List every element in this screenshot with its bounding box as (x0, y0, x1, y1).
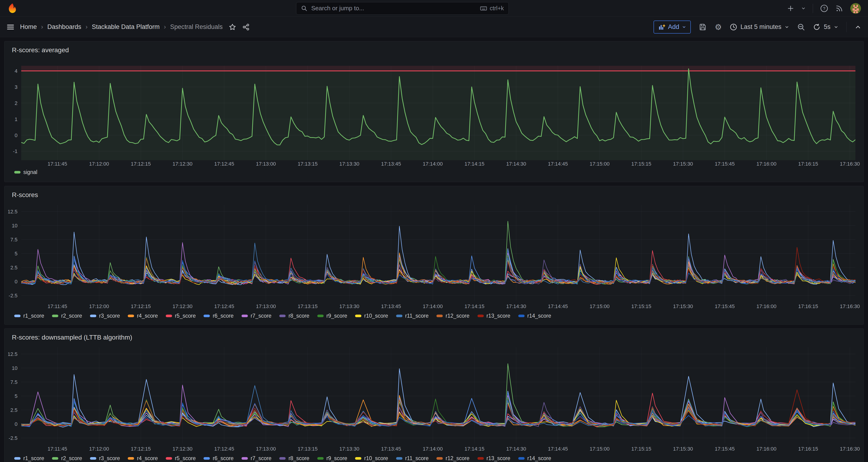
legend-item[interactable]: r13_score (477, 455, 510, 462)
zoom-out-icon[interactable] (797, 23, 805, 31)
legend-swatch (355, 457, 361, 460)
search-input[interactable]: Search or jump to... ctrl+k (296, 2, 509, 15)
legend-label: r14_score (527, 455, 551, 462)
legend-label: r14_score (527, 313, 551, 319)
legend-item[interactable]: r9_score (317, 313, 347, 319)
legend-label: r13_score (487, 313, 510, 319)
legend-item[interactable]: r2_score (52, 455, 82, 462)
legend-label: r4_score (137, 455, 158, 462)
legend-swatch (14, 315, 21, 317)
panel-title[interactable]: R-scores: averaged (12, 47, 860, 54)
legend-item[interactable]: r11_score (396, 313, 429, 319)
legend-item[interactable]: signal (14, 169, 37, 175)
timeseries-chart-downsampled[interactable]: 12.5107.552.50-2.517:11:4517:12:0017:12:… (8, 345, 860, 453)
svg-text:17:11:45: 17:11:45 (48, 161, 67, 167)
svg-text:17:14:30: 17:14:30 (506, 161, 526, 167)
legend-swatch (279, 457, 286, 460)
svg-text:17:15:30: 17:15:30 (673, 303, 693, 309)
legend-item[interactable]: r8_score (279, 313, 309, 319)
legend-item[interactable]: r12_score (436, 313, 469, 319)
svg-text:5: 5 (15, 251, 18, 256)
add-panel-icon (658, 24, 665, 31)
legend-item[interactable]: r5_score (166, 313, 196, 319)
breadcrumb-dashboards[interactable]: Dashboards (37, 23, 81, 31)
timeseries-chart-averaged[interactable]: 43210-117:11:4517:12:0017:12:1517:12:301… (8, 58, 860, 167)
time-range-picker[interactable]: Last 5 minutes (730, 23, 789, 31)
svg-text:7.5: 7.5 (10, 237, 18, 243)
legend-item[interactable]: r1_score (14, 455, 44, 462)
keyboard-icon (480, 5, 487, 12)
svg-text:17:14:00: 17:14:00 (423, 303, 443, 309)
legend-item[interactable]: r3_score (90, 313, 120, 319)
breadcrumb: Home Dashboards Stackable Data Platform … (20, 23, 223, 31)
svg-text:17:13:45: 17:13:45 (381, 446, 401, 452)
svg-text:-1: -1 (13, 148, 18, 154)
legend-item[interactable]: r7_score (242, 455, 271, 462)
help-icon[interactable]: ? (820, 4, 828, 12)
legend-item[interactable]: r4_score (128, 313, 158, 319)
mega-menu-icon[interactable] (6, 23, 14, 31)
legend-item[interactable]: r8_score (279, 455, 309, 462)
legend-item[interactable]: r7_score (242, 313, 271, 319)
legend-swatch (436, 315, 443, 317)
legend-item[interactable]: r11_score (396, 455, 429, 462)
svg-text:-2.5: -2.5 (9, 293, 18, 299)
svg-text:17:16:30: 17:16:30 (840, 446, 860, 452)
svg-text:17:16:30: 17:16:30 (840, 161, 860, 167)
svg-text:17:13:45: 17:13:45 (381, 303, 401, 309)
legend-item[interactable]: r1_score (14, 313, 44, 319)
breadcrumb-home[interactable]: Home (20, 23, 37, 31)
legend-swatch (204, 457, 210, 460)
panel-title[interactable]: R-scores: downsampled (LTTB algorithm) (12, 334, 860, 341)
legend-item[interactable]: r2_score (52, 313, 82, 319)
refresh-picker[interactable]: 5s (813, 23, 838, 31)
svg-text:17:13:15: 17:13:15 (298, 303, 318, 309)
collapse-chevron-up-icon[interactable] (855, 24, 862, 31)
svg-text:10: 10 (12, 223, 18, 228)
legend-label: signal (23, 169, 37, 175)
svg-text:17:15:00: 17:15:00 (590, 161, 610, 167)
breadcrumb-folder[interactable]: Stackable Data Platform (81, 23, 160, 31)
toolbar-right-group: Add ⚙ Last 5 minutes 5s (653, 21, 862, 34)
legend-item[interactable]: r13_score (477, 313, 510, 319)
legend-swatch (166, 457, 172, 460)
svg-text:17:16:00: 17:16:00 (756, 161, 777, 167)
legend-label: r4_score (137, 313, 158, 319)
legend-item[interactable]: r12_score (436, 455, 469, 462)
svg-text:17:15:15: 17:15:15 (631, 303, 651, 309)
user-avatar[interactable] (850, 3, 861, 14)
news-rss-icon[interactable] (835, 4, 843, 12)
legend-item[interactable]: r10_score (355, 313, 388, 319)
legend-item[interactable]: r5_score (166, 455, 196, 462)
search-wrap: Search or jump to... ctrl+k (18, 2, 787, 15)
top-nav-bar: Search or jump to... ctrl+k ? (0, 0, 868, 17)
share-icon[interactable] (242, 23, 250, 31)
settings-gear-icon[interactable]: ⚙ (715, 23, 721, 31)
legend-label: r7_score (251, 455, 271, 462)
legend-label: r11_score (405, 455, 429, 462)
legend-swatch (204, 315, 210, 317)
legend-swatch (90, 457, 96, 460)
legend-item[interactable]: r9_score (317, 455, 347, 462)
legend-item[interactable]: r4_score (128, 455, 158, 462)
grafana-logo[interactable] (7, 3, 18, 14)
svg-text:17:12:00: 17:12:00 (89, 303, 109, 309)
panel-title[interactable]: R-scores (12, 191, 860, 199)
legend-label: r5_score (175, 313, 196, 319)
legend-item[interactable]: r6_score (204, 455, 234, 462)
legend-item[interactable]: r14_score (518, 313, 551, 319)
svg-text:-2.5: -2.5 (9, 435, 18, 441)
new-chevron-down-icon[interactable] (801, 6, 806, 11)
legend-item[interactable]: r6_score (204, 313, 234, 319)
save-dashboard-icon[interactable] (699, 23, 707, 31)
legend-item[interactable]: r3_score (90, 455, 120, 462)
svg-text:17:13:30: 17:13:30 (339, 446, 360, 452)
svg-text:17:13:00: 17:13:00 (256, 446, 276, 452)
svg-text:17:16:15: 17:16:15 (798, 446, 818, 452)
favorite-star-icon[interactable] (229, 23, 236, 31)
legend-item[interactable]: r10_score (355, 455, 388, 462)
add-button[interactable]: Add (653, 21, 691, 34)
timeseries-chart-rscores[interactable]: 12.5107.552.50-2.517:11:4517:12:0017:12:… (8, 203, 860, 311)
legend-item[interactable]: r14_score (518, 455, 551, 462)
new-plus-button[interactable] (787, 5, 794, 12)
